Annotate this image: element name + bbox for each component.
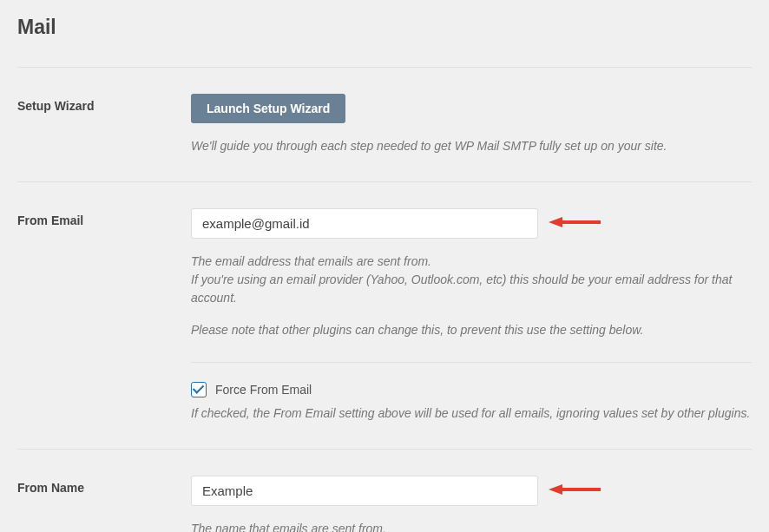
svg-marker-1 (549, 217, 562, 227)
arrow-left-icon (549, 481, 601, 498)
arrow-left-icon (549, 213, 601, 231)
launch-setup-wizard-button[interactable]: Launch Setup Wizard (191, 94, 345, 123)
force-from-email-help: If checked, the From Email setting above… (191, 404, 752, 423)
setup-wizard-content: Launch Setup Wizard We'll guide you thro… (191, 94, 752, 155)
setup-wizard-help: We'll guide you through each step needed… (191, 137, 752, 155)
from-name-help-1: The name that emails are sent from. (191, 520, 752, 532)
setup-wizard-row: Setup Wizard Launch Setup Wizard We'll g… (17, 68, 752, 181)
force-from-email-label: Force From Email (215, 383, 312, 397)
from-email-row: From Email The email address that emails… (17, 182, 752, 449)
page-title: Mail (17, 0, 752, 67)
setup-wizard-label: Setup Wizard (17, 94, 191, 155)
force-from-email-row: Force From Email (191, 382, 752, 397)
from-name-content: The name that emails are sent from. Forc… (191, 476, 752, 532)
from-email-input[interactable] (191, 208, 538, 239)
from-email-help-3: Please note that other plugins can chang… (191, 321, 752, 339)
force-from-email-checkbox[interactable] (191, 382, 207, 397)
from-name-row: From Name The name that emails are sent … (17, 450, 752, 532)
svg-marker-3 (549, 484, 562, 495)
from-email-label: From Email (17, 208, 191, 423)
from-email-help-1: The email address that emails are sent f… (191, 253, 752, 271)
from-name-input[interactable] (191, 476, 538, 506)
from-email-content: The email address that emails are sent f… (191, 208, 752, 423)
sub-divider (191, 362, 752, 363)
from-email-help-2: If you're using an email provider (Yahoo… (191, 271, 752, 307)
from-name-label: From Name (17, 476, 191, 532)
